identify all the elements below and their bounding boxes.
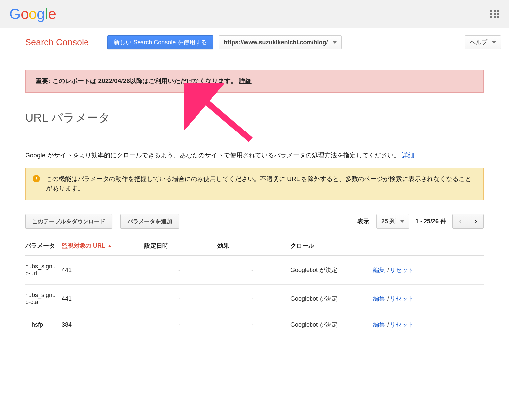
cell-parameter: __hsfp — [25, 313, 62, 336]
deprecation-banner: 重要: このレポートは 2022/04/26以降はご利用いただけなくなります。 … — [25, 70, 484, 93]
chevron-down-icon — [492, 41, 496, 44]
cell-crawl: Googlebot が決定 — [290, 313, 373, 336]
google-logo[interactable]: Google — [9, 6, 56, 22]
cell-parameter: hubs_signup-cta — [25, 285, 62, 313]
cell-effect: - — [217, 285, 290, 313]
cell-date: - — [144, 255, 217, 285]
sort-asc-icon — [108, 245, 111, 247]
col-header-crawl[interactable]: クロール — [290, 237, 373, 255]
cell-actions: 編集 /リセット — [373, 255, 484, 285]
col-header-url-label: 監視対象の URL — [62, 242, 105, 249]
property-selector[interactable]: https://www.suzukikenichi.com/blog/ — [219, 35, 341, 49]
reset-link[interactable]: リセット — [390, 295, 414, 302]
table-toolbar: このテーブルをダウンロード パラメータを追加 表示 25 列 1 - 25/26… — [25, 214, 484, 229]
caution-banner: ! この機能はパラメータの動作を把握している場合にのみ使用してください。不適切に… — [25, 168, 484, 200]
col-header-actions — [373, 237, 484, 255]
next-page-button[interactable]: › — [468, 214, 484, 229]
cell-date: - — [144, 313, 217, 336]
cell-effect: - — [217, 313, 290, 336]
chevron-down-icon — [400, 220, 404, 223]
col-header-date[interactable]: 設定日時 — [144, 237, 217, 255]
col-header-parameter[interactable]: パラメータ — [25, 237, 62, 255]
cell-crawl: Googlebot が決定 — [290, 255, 373, 285]
help-label: ヘルプ — [470, 38, 487, 46]
download-table-button[interactable]: このテーブルをダウンロード — [25, 214, 112, 229]
warning-icon: ! — [33, 175, 40, 182]
page-description-details-link[interactable]: 詳細 — [402, 152, 414, 159]
global-header: Google — [0, 0, 509, 28]
cell-url-count: 384 — [62, 313, 144, 336]
cell-effect: - — [217, 255, 290, 285]
edit-link[interactable]: 編集 — [373, 267, 385, 273]
cell-crawl: Googlebot が決定 — [290, 285, 373, 313]
reset-link[interactable]: リセット — [390, 267, 414, 273]
table-row: hubs_signup-url441--Googlebot が決定編集 /リセッ… — [25, 255, 484, 285]
product-header: Search Console 新しい Search Console を使用する … — [0, 28, 509, 58]
reset-link[interactable]: リセット — [390, 321, 414, 328]
page-title: URL パラメータ — [25, 110, 484, 126]
chevron-down-icon — [333, 41, 337, 44]
use-new-console-button[interactable]: 新しい Search Console を使用する — [107, 35, 213, 49]
edit-link[interactable]: 編集 — [373, 321, 385, 328]
main-content: 重要: このレポートは 2022/04/26以降はご利用いただけなくなります。 … — [0, 58, 509, 349]
parameters-table: パラメータ 監視対象の URL 設定日時 効果 クロール hubs_signup… — [25, 237, 484, 336]
cell-date: - — [144, 285, 217, 313]
prev-page-button[interactable]: ‹ — [452, 214, 468, 229]
cell-parameter: hubs_signup-url — [25, 255, 62, 285]
product-title: Search Console — [25, 37, 89, 48]
edit-link[interactable]: 編集 — [373, 295, 385, 302]
banner-text: このレポートは 2022/04/26以降はご利用いただけなくなります。 — [52, 77, 237, 85]
chevron-left-icon: ‹ — [459, 217, 461, 226]
banner-prefix: 重要: — [36, 77, 50, 85]
help-dropdown[interactable]: ヘルプ — [465, 35, 501, 49]
pager: ‹ › — [452, 214, 484, 229]
rows-select-value: 25 列 — [381, 217, 396, 225]
table-row: hubs_signup-cta441--Googlebot が決定編集 /リセッ… — [25, 285, 484, 313]
cell-url-count: 441 — [62, 285, 144, 313]
page-description-text: Google がサイトをより効率的にクロールできるよう、あなたのサイトで使用され… — [25, 152, 400, 159]
col-header-monitored-urls[interactable]: 監視対象の URL — [62, 237, 144, 255]
table-row: __hsfp384--Googlebot が決定編集 /リセット — [25, 313, 484, 336]
cell-url-count: 441 — [62, 255, 144, 285]
rows-label: 表示 — [357, 217, 369, 225]
pagination-range: 1 - 25/26 件 — [415, 217, 446, 225]
caution-text: この機能はパラメータの動作を把握している場合にのみ使用してください。不適切に U… — [46, 174, 476, 193]
page-description: Google がサイトをより効率的にクロールできるよう、あなたのサイトで使用され… — [25, 151, 484, 160]
col-header-effect[interactable]: 効果 — [217, 237, 290, 255]
cell-actions: 編集 /リセット — [373, 285, 484, 313]
property-url-value: https://www.suzukikenichi.com/blog/ — [224, 39, 328, 46]
banner-details-link[interactable]: 詳細 — [239, 77, 252, 85]
chevron-right-icon: › — [475, 217, 477, 226]
rows-per-page-select[interactable]: 25 列 — [376, 214, 409, 229]
cell-actions: 編集 /リセット — [373, 313, 484, 336]
add-parameter-button[interactable]: パラメータを追加 — [120, 214, 179, 229]
google-apps-icon[interactable] — [488, 8, 501, 20]
